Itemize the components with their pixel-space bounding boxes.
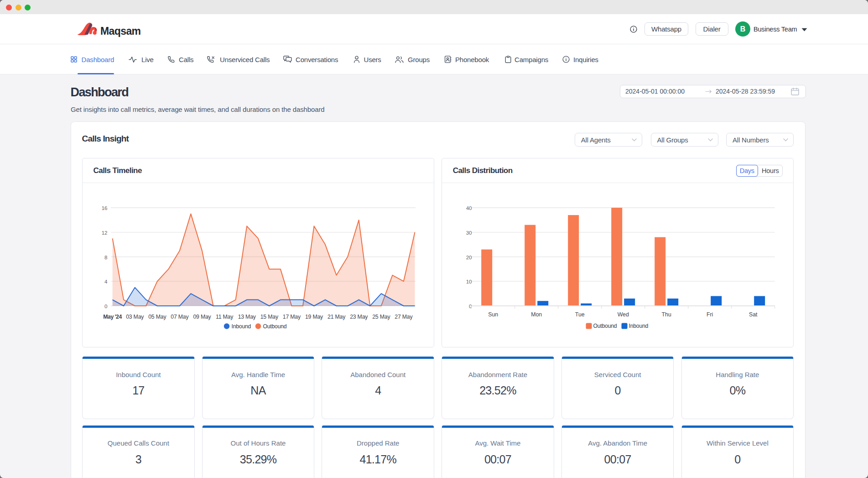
svg-text:30: 30 (466, 230, 472, 236)
svg-text:40: 40 (466, 205, 472, 211)
svg-text:8: 8 (104, 255, 107, 260)
svg-text:Tue: Tue (575, 311, 585, 318)
svg-text:09 May: 09 May (193, 314, 211, 320)
svg-text:Outbound: Outbound (593, 323, 617, 329)
svg-text:May '24: May '24 (103, 314, 122, 320)
svg-text:Sun: Sun (488, 311, 498, 318)
svg-text:13 May: 13 May (238, 314, 256, 320)
svg-text:17 May: 17 May (283, 314, 301, 320)
svg-text:Mon: Mon (531, 311, 542, 318)
svg-text:12: 12 (102, 230, 108, 236)
svg-text:25 May: 25 May (372, 314, 390, 320)
svg-text:10: 10 (466, 279, 472, 284)
svg-text:20: 20 (466, 255, 472, 260)
svg-text:Inbound: Inbound (232, 323, 251, 330)
svg-text:11 May: 11 May (216, 314, 234, 320)
svg-text:Thu: Thu (662, 311, 671, 318)
svg-text:Inbound: Inbound (629, 323, 649, 329)
svg-text:0: 0 (104, 304, 107, 309)
svg-text:21 May: 21 May (327, 314, 346, 320)
svg-text:Fri: Fri (707, 311, 713, 318)
svg-text:19 May: 19 May (305, 314, 323, 320)
svg-text:16: 16 (102, 205, 108, 211)
svg-text:05 May: 05 May (148, 314, 166, 320)
svg-text:27 May: 27 May (395, 314, 413, 320)
svg-text:Sat: Sat (749, 311, 758, 318)
svg-text:15 May: 15 May (260, 314, 279, 320)
svg-text:07 May: 07 May (171, 314, 189, 320)
svg-text:03 May: 03 May (126, 314, 144, 320)
svg-text:Outbound: Outbound (263, 323, 287, 330)
svg-text:Wed: Wed (618, 311, 629, 318)
svg-text:23 May: 23 May (350, 314, 368, 320)
svg-text:4: 4 (104, 279, 108, 284)
